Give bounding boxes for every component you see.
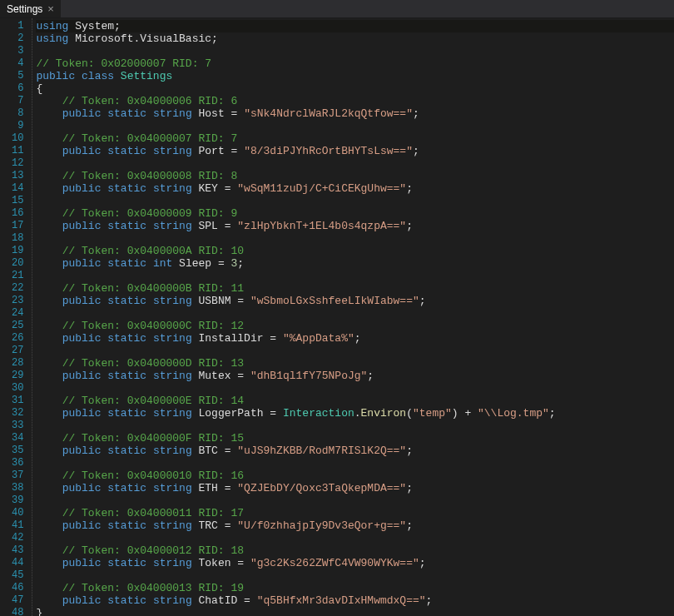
tab-settings[interactable]: Settings × bbox=[0, 0, 62, 17]
code-line[interactable]: public static string TRC = "U/f0zhhajpIy… bbox=[36, 519, 674, 532]
code-line[interactable] bbox=[36, 382, 674, 395]
code-line[interactable]: // Token: 0x04000010 RID: 16 bbox=[36, 469, 674, 482]
line-number: 34 bbox=[12, 432, 23, 445]
line-number: 14 bbox=[12, 182, 23, 195]
code-line[interactable]: public static string BTC = "uJS9hZKBB/Ro… bbox=[36, 445, 674, 457]
line-number: 15 bbox=[12, 195, 23, 207]
line-number: 28 bbox=[12, 357, 23, 370]
code-line[interactable]: // Token: 0x02000007 RID: 7 bbox=[36, 57, 674, 70]
code-line[interactable] bbox=[36, 307, 674, 320]
line-number: 48 bbox=[12, 607, 23, 616]
tab-bar: Settings × bbox=[0, 0, 674, 18]
close-icon[interactable]: × bbox=[47, 2, 54, 15]
line-number: 12 bbox=[12, 157, 23, 170]
code-line[interactable] bbox=[36, 157, 674, 170]
line-number: 21 bbox=[12, 270, 23, 282]
line-number: 16 bbox=[12, 207, 23, 220]
line-number: 26 bbox=[12, 332, 23, 345]
line-number: 8 bbox=[12, 107, 23, 120]
line-number: 45 bbox=[12, 569, 23, 582]
line-number: 36 bbox=[12, 457, 23, 469]
code-line[interactable]: public static string ChatID = "q5BHfxMr3… bbox=[36, 594, 674, 607]
line-number: 38 bbox=[12, 482, 23, 494]
code-line[interactable]: using Microsoft.VisualBasic; bbox=[36, 32, 674, 45]
code-line[interactable]: public static string ETH = "QZJEbDY/Qoxc… bbox=[36, 482, 674, 494]
code-line[interactable] bbox=[36, 232, 674, 245]
code-line[interactable]: using System; bbox=[36, 20, 674, 32]
code-line[interactable]: // Token: 0x0400000C RID: 12 bbox=[36, 320, 674, 332]
code-line[interactable]: public class Settings bbox=[36, 70, 674, 82]
code-line[interactable] bbox=[36, 569, 674, 582]
code-line[interactable]: public static string KEY = "wSqM11zuDj/C… bbox=[36, 182, 674, 195]
code-line[interactable]: // Token: 0x04000011 RID: 17 bbox=[36, 507, 674, 519]
line-number: 13 bbox=[12, 170, 23, 182]
code-line[interactable]: public static string USBNM = "wSbmoLGxSs… bbox=[36, 295, 674, 307]
line-number: 2 bbox=[12, 32, 23, 45]
code-line[interactable]: public static string Port = "8/3diPJYhRc… bbox=[36, 145, 674, 157]
code-area[interactable]: using System;using Microsoft.VisualBasic… bbox=[32, 18, 674, 616]
line-number: 4 bbox=[12, 57, 23, 70]
code-line[interactable]: public static string Host = "sNk4NdrclWa… bbox=[36, 107, 674, 120]
code-line[interactable]: // Token: 0x0400000E RID: 14 bbox=[36, 395, 674, 407]
line-number: 23 bbox=[12, 295, 23, 307]
line-number: 19 bbox=[12, 245, 23, 257]
line-number: 24 bbox=[12, 307, 23, 320]
code-line[interactable]: // Token: 0x0400000A RID: 10 bbox=[36, 245, 674, 257]
code-line[interactable] bbox=[36, 120, 674, 132]
line-number: 39 bbox=[12, 494, 23, 507]
line-number: 27 bbox=[12, 345, 23, 357]
code-line[interactable]: // Token: 0x0400000F RID: 15 bbox=[36, 432, 674, 445]
code-line[interactable]: // Token: 0x04000006 RID: 6 bbox=[36, 95, 674, 107]
line-number: 47 bbox=[12, 594, 23, 607]
line-number: 31 bbox=[12, 395, 23, 407]
code-line[interactable] bbox=[36, 345, 674, 357]
code-line[interactable] bbox=[36, 457, 674, 469]
code-line[interactable] bbox=[36, 532, 674, 544]
line-number: 5 bbox=[12, 70, 23, 82]
code-line[interactable]: // Token: 0x0400000D RID: 13 bbox=[36, 357, 674, 370]
line-number: 18 bbox=[12, 232, 23, 245]
line-number: 11 bbox=[12, 145, 23, 157]
line-number: 22 bbox=[12, 282, 23, 295]
line-number: 40 bbox=[12, 507, 23, 519]
code-line[interactable]: // Token: 0x04000007 RID: 7 bbox=[36, 132, 674, 145]
line-number: 7 bbox=[12, 95, 23, 107]
line-number: 44 bbox=[12, 557, 23, 569]
code-line[interactable]: // Token: 0x04000008 RID: 8 bbox=[36, 170, 674, 182]
code-line[interactable]: public static string Mutex = "dhB1ql1fY7… bbox=[36, 370, 674, 382]
code-line[interactable] bbox=[36, 270, 674, 282]
code-line[interactable] bbox=[36, 420, 674, 432]
line-number: 3 bbox=[12, 45, 23, 57]
line-number: 46 bbox=[12, 582, 23, 594]
code-line[interactable]: // Token: 0x0400000B RID: 11 bbox=[36, 282, 674, 295]
code-line[interactable]: public static string LoggerPath = Intera… bbox=[36, 407, 674, 420]
line-number: 33 bbox=[12, 420, 23, 432]
line-number: 42 bbox=[12, 532, 23, 544]
tab-title: Settings bbox=[7, 3, 42, 15]
code-line[interactable]: } bbox=[36, 607, 674, 616]
line-number: 25 bbox=[12, 320, 23, 332]
line-number: 6 bbox=[12, 82, 23, 95]
code-line[interactable]: // Token: 0x04000009 RID: 9 bbox=[36, 207, 674, 220]
code-line[interactable]: { bbox=[36, 82, 674, 95]
code-line[interactable]: public static string SPL = "zlHpYbknT+1E… bbox=[36, 220, 674, 232]
line-number: 20 bbox=[12, 257, 23, 270]
code-line[interactable] bbox=[36, 195, 674, 207]
code-line[interactable]: public static int Sleep = 3; bbox=[36, 257, 674, 270]
line-number: 9 bbox=[12, 120, 23, 132]
code-line[interactable]: public static string InstallDir = "%AppD… bbox=[36, 332, 674, 345]
code-line[interactable]: // Token: 0x04000012 RID: 18 bbox=[36, 544, 674, 557]
line-number: 1 bbox=[12, 20, 23, 32]
code-editor[interactable]: 1234567891011121314151617181920212223242… bbox=[0, 18, 674, 616]
code-line[interactable]: // Token: 0x04000013 RID: 19 bbox=[36, 582, 674, 594]
line-number: 10 bbox=[12, 132, 23, 145]
code-line[interactable] bbox=[36, 494, 674, 507]
line-number: 35 bbox=[12, 445, 23, 457]
code-line[interactable] bbox=[36, 45, 674, 57]
line-number: 29 bbox=[12, 370, 23, 382]
line-number: 43 bbox=[12, 544, 23, 557]
code-line[interactable]: public static string Token = "g3c2Ks262Z… bbox=[36, 557, 674, 569]
line-number-gutter: 1234567891011121314151617181920212223242… bbox=[0, 18, 32, 616]
line-number: 32 bbox=[12, 407, 23, 420]
line-number: 41 bbox=[12, 519, 23, 532]
